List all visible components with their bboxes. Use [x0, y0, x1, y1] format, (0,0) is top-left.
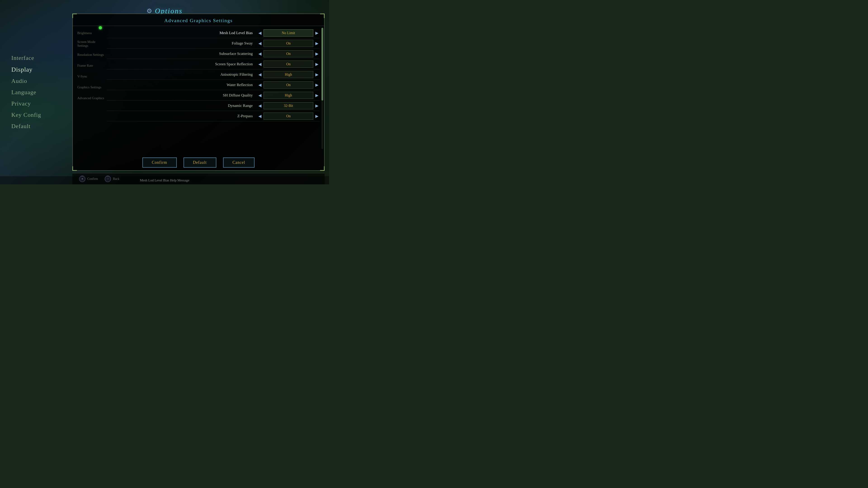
- default-button[interactable]: Default: [184, 158, 216, 168]
- setting-row-sh-diffuse: SH Diffuse Quality ◀ High ▶: [107, 90, 320, 101]
- arrow-left-sh-diffuse[interactable]: ◀: [257, 91, 263, 99]
- setting-control-aniso: ◀ High ▶: [257, 70, 320, 78]
- setting-label-sh-diffuse: SH Diffuse Quality: [107, 93, 257, 98]
- confirm-button[interactable]: Confirm: [143, 158, 177, 168]
- value-aniso: High: [264, 71, 313, 78]
- bottom-buttons: Confirm Default Cancel: [73, 158, 324, 168]
- setting-control-ssr: ◀ On ▶: [257, 60, 320, 68]
- sidebar-item-privacy[interactable]: Privacy: [11, 99, 72, 108]
- arrow-right-sh-diffuse[interactable]: ▶: [314, 91, 320, 99]
- setting-row-zprepass: Z-Prepass ◀ On ▶: [107, 111, 320, 121]
- setting-row-ssr: Screen Space Reflection ◀ On ▶: [107, 59, 320, 69]
- arrow-left-mesh-lod[interactable]: ◀: [257, 29, 263, 37]
- value-dynamic-range: 32-Bit: [264, 102, 313, 109]
- sidebar-item-interface[interactable]: Interface: [11, 53, 72, 63]
- setting-row-water: Water Reflection ◀ On ▶: [107, 80, 320, 90]
- setting-label-water: Water Reflection: [107, 83, 257, 87]
- arrow-left-water[interactable]: ◀: [257, 81, 263, 89]
- setting-control-mesh-lod: ◀ No Limit ▶: [257, 29, 320, 37]
- label-frame-rate: Frame Rate: [77, 60, 107, 71]
- arrow-right-subsurface[interactable]: ▶: [314, 50, 320, 58]
- panel-title: Advanced Graphics Settings: [73, 14, 324, 26]
- arrow-left-dynamic-range[interactable]: ◀: [257, 102, 263, 110]
- sidebar-item-language[interactable]: Language: [11, 88, 72, 97]
- setting-control-dynamic-range: ◀ 32-Bit ▶: [257, 102, 320, 110]
- setting-row-dynamic-range: Dynamic Range ◀ 32-Bit ▶: [107, 101, 320, 111]
- value-water: On: [264, 81, 313, 89]
- setting-label-zprepass: Z-Prepass: [107, 114, 257, 119]
- arrow-right-ssr[interactable]: ▶: [314, 60, 320, 68]
- setting-label-subsurface: Subsurface Scattering: [107, 52, 257, 56]
- setting-label-foliage: Foliage Sway: [107, 41, 257, 46]
- value-subsurface: On: [264, 50, 313, 57]
- setting-label-mesh-lod: Mesh Lod Level Bias: [107, 31, 257, 35]
- arrow-left-foliage[interactable]: ◀: [257, 39, 263, 47]
- arrow-right-dynamic-range[interactable]: ▶: [314, 102, 320, 110]
- setting-control-foliage: ◀ On ▶: [257, 39, 320, 47]
- settings-area: Brightness Screen Mode Settings Resoluti…: [73, 26, 324, 151]
- setting-row-foliage: Foliage Sway ◀ On ▶: [107, 38, 320, 48]
- setting-label-ssr: Screen Space Reflection: [107, 62, 257, 66]
- label-resolution: Resolution Settings: [77, 50, 107, 60]
- settings-rows: Mesh Lod Level Bias ◀ No Limit ▶ Foliage…: [107, 28, 320, 121]
- setting-label-dynamic-range: Dynamic Range: [107, 103, 257, 108]
- corner-tr: [320, 13, 324, 18]
- arrow-right-mesh-lod[interactable]: ▶: [314, 29, 320, 37]
- arrow-right-aniso[interactable]: ▶: [314, 70, 320, 78]
- value-sh-diffuse: High: [264, 92, 313, 99]
- arrow-left-ssr[interactable]: ◀: [257, 60, 263, 68]
- arrow-left-aniso[interactable]: ◀: [257, 70, 263, 78]
- setting-row-aniso: Anisotropic Filtering ◀ High ▶: [107, 69, 320, 80]
- scrollbar-thumb: [321, 28, 323, 101]
- label-graphics: Graphics Settings: [77, 82, 107, 92]
- help-text: Mesh Lod Level Bias Help Message: [0, 176, 329, 184]
- scrollbar[interactable]: [321, 28, 323, 149]
- value-ssr: On: [264, 61, 313, 68]
- label-vsync: V-Sync: [77, 71, 107, 82]
- value-mesh-lod: No Limit: [264, 29, 313, 37]
- arrow-left-zprepass[interactable]: ◀: [257, 112, 263, 120]
- corner-tl: [72, 13, 77, 18]
- setting-row-subsurface: Subsurface Scattering ◀ On ▶: [107, 48, 320, 59]
- value-zprepass: On: [264, 112, 313, 120]
- sidebar: Interface Display Audio Language Privacy…: [0, 0, 72, 184]
- value-foliage: On: [264, 40, 313, 47]
- main-panel: Advanced Graphics Settings Brightness Sc…: [72, 13, 324, 171]
- cancel-button[interactable]: Cancel: [223, 158, 255, 168]
- arrow-right-foliage[interactable]: ▶: [314, 39, 320, 47]
- sidebar-settings-labels: Brightness Screen Mode Settings Resoluti…: [77, 28, 107, 103]
- sidebar-item-keyconfig[interactable]: Key Config: [11, 110, 72, 120]
- sidebar-item-default[interactable]: Default: [11, 122, 72, 131]
- label-brightness: Brightness: [77, 28, 107, 38]
- setting-row-mesh-lod: Mesh Lod Level Bias ◀ No Limit ▶: [107, 28, 320, 38]
- arrow-left-subsurface[interactable]: ◀: [257, 50, 263, 58]
- setting-control-sh-diffuse: ◀ High ▶: [257, 91, 320, 99]
- label-screen-mode: Screen Mode Settings: [77, 39, 107, 49]
- label-advanced-graphics: Advanced Graphics: [77, 93, 107, 103]
- setting-control-water: ◀ On ▶: [257, 81, 320, 89]
- arrow-right-water[interactable]: ▶: [314, 81, 320, 89]
- setting-control-subsurface: ◀ On ▶: [257, 50, 320, 58]
- sidebar-item-display[interactable]: Display: [11, 65, 72, 74]
- setting-label-aniso: Anisotropic Filtering: [107, 72, 257, 77]
- sidebar-item-audio[interactable]: Audio: [11, 76, 72, 86]
- arrow-right-zprepass[interactable]: ▶: [314, 112, 320, 120]
- setting-control-zprepass: ◀ On ▶: [257, 112, 320, 120]
